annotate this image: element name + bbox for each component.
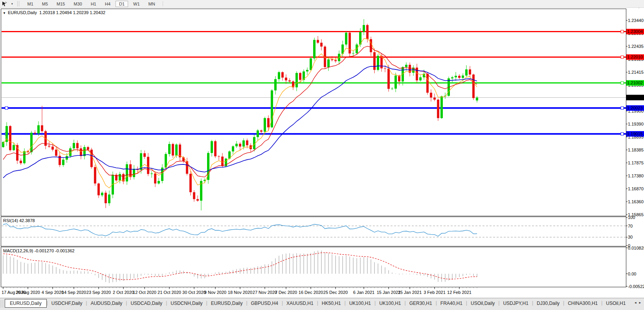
chart-tab-xauusd-h1[interactable]: XAUUSD,H1 xyxy=(283,299,317,308)
svg-text:100: 100 xyxy=(628,215,635,220)
line-anchor-icon[interactable] xyxy=(621,82,624,84)
price-badge: 1.20023 xyxy=(626,105,644,111)
timeframe-toolbar: ▾ M1M5M15M30H1H4D1W1MN xyxy=(0,0,644,8)
chart-tab-dj30-daily[interactable]: DJ30,Daily xyxy=(533,299,563,308)
svg-text:27 Nov 2020: 27 Nov 2020 xyxy=(253,290,277,295)
svg-text:30 Oct 2020: 30 Oct 2020 xyxy=(182,290,206,295)
chart-title: ▼EURUSD,Daily 1.20318 1.20494 1.20239 1.… xyxy=(3,10,105,15)
svg-text:1.22435: 1.22435 xyxy=(628,44,644,49)
chart-tab-uk100-h1[interactable]: UK100,H1 xyxy=(346,299,374,308)
line-anchor-icon[interactable] xyxy=(621,133,624,135)
svg-text:21 Oct 2020: 21 Oct 2020 xyxy=(158,290,181,295)
cursor-tool-dropdown-icon[interactable]: ▾ xyxy=(9,2,15,5)
price-badge: 1.23004 xyxy=(626,29,644,34)
svg-text:6 Jan 2021: 6 Jan 2021 xyxy=(353,290,374,295)
price-badge: 1.21002 xyxy=(626,80,644,86)
symbol-dropdown-icon[interactable]: ▼ xyxy=(3,11,6,15)
chart-tab-gbpusd-h4[interactable]: GBPUSD,H4 xyxy=(248,299,282,308)
chart-tab-audusd-daily[interactable]: AUDUSD,Daily xyxy=(87,299,126,308)
chart-tab-usdjpy-h1[interactable]: USDJPY,H1 xyxy=(499,299,532,308)
svg-text:1.20432: 1.20432 xyxy=(627,95,643,100)
svg-text:-0.005222: -0.005222 xyxy=(628,284,644,289)
line-anchor-icon[interactable] xyxy=(5,107,8,109)
toolbar-grip[interactable] xyxy=(17,1,19,6)
timeframe-button-m15[interactable]: M15 xyxy=(53,1,68,7)
tabbar-grip[interactable] xyxy=(1,300,3,308)
timeframe-buttons: M1M5M15M30H1H4D1W1MN xyxy=(23,1,160,7)
chart-symbol-label: EURUSD,Daily xyxy=(8,10,37,15)
timeframe-button-m30[interactable]: M30 xyxy=(70,1,85,7)
svg-text:1.22010: 1.22010 xyxy=(627,55,643,59)
svg-text:1.17380: 1.17380 xyxy=(628,173,644,178)
svg-text:1.16870: 1.16870 xyxy=(628,186,644,191)
svg-text:16 Dec 2020: 16 Dec 2020 xyxy=(299,290,323,295)
mt4-window: 1.234401.229301.224351.219251.214151.209… xyxy=(0,0,644,310)
chart-ohlc-values: 1.20318 1.20494 1.20239 1.20432 xyxy=(39,10,105,15)
price-badge: 1.22010 xyxy=(626,54,644,60)
svg-text:9 Nov 2020: 9 Nov 2020 xyxy=(204,290,226,295)
svg-text:7 Dec 2020: 7 Dec 2020 xyxy=(275,290,297,295)
toolbar-separator xyxy=(163,1,163,6)
timeframe-button-m5[interactable]: M5 xyxy=(39,1,51,7)
cursor-tool-icon[interactable] xyxy=(0,1,9,7)
svg-text:23 Sep 2020: 23 Sep 2020 xyxy=(86,290,111,295)
timeframe-button-m1[interactable]: M1 xyxy=(24,1,37,7)
macd-indicator-label: MACD(12,26,9) -0.001270 -0.001362 xyxy=(3,248,75,253)
chart-tab-bar: EURUSD,Daily|USDCHF,Daily|AUDUSD,Daily|U… xyxy=(0,298,644,310)
svg-text:1.21415: 1.21415 xyxy=(628,70,644,75)
svg-text:3 Feb 2021: 3 Feb 2021 xyxy=(424,290,446,295)
timeframe-button-w1[interactable]: W1 xyxy=(130,1,143,7)
line-anchor-icon[interactable] xyxy=(621,56,624,58)
svg-text:1.16360: 1.16360 xyxy=(628,199,644,204)
chart-tab-usdcad-daily[interactable]: USDCAD,Daily xyxy=(127,299,166,308)
chart-tab-hk50-h1[interactable]: HK50,H1 xyxy=(318,299,345,308)
line-anchor-icon[interactable] xyxy=(621,30,624,33)
line-anchor-icon[interactable] xyxy=(621,107,624,109)
price-chart-canvas[interactable]: 1.234401.229301.224351.219251.214151.209… xyxy=(0,0,644,310)
svg-text:1.18385: 1.18385 xyxy=(628,148,644,152)
price-badge: 1.19015 xyxy=(626,131,644,137)
chart-tab-china300-h1[interactable]: CHINA300,H1 xyxy=(564,299,601,308)
svg-text:2 Oct 2020: 2 Oct 2020 xyxy=(113,290,134,295)
svg-text:1.21002: 1.21002 xyxy=(627,80,643,85)
svg-text:4 Sep 2020: 4 Sep 2020 xyxy=(42,290,64,295)
svg-text:0.010828: 0.010828 xyxy=(628,246,644,250)
svg-text:1.19390: 1.19390 xyxy=(628,122,644,126)
chart-tab-usoil-h1[interactable]: USOil,H1 xyxy=(602,299,629,308)
svg-text:25 Dec 2020: 25 Dec 2020 xyxy=(323,290,348,295)
svg-text:15 Jan 2021: 15 Jan 2021 xyxy=(377,290,401,295)
timeframe-button-h4[interactable]: H4 xyxy=(101,1,114,7)
price-badge: 1.20432 xyxy=(626,95,644,100)
rsi-panel[interactable] xyxy=(1,217,626,246)
svg-text:70: 70 xyxy=(628,224,633,228)
macd-panel[interactable] xyxy=(1,247,626,287)
svg-text:1.19015: 1.19015 xyxy=(627,131,643,136)
timeframe-button-mn[interactable]: MN xyxy=(145,1,159,7)
svg-text:25 Jan 2021: 25 Jan 2021 xyxy=(398,290,422,295)
chart-tab-eurusd-daily[interactable]: EURUSD,Daily xyxy=(5,299,47,308)
chart-tab-usdchf-daily[interactable]: USDCHF,Daily xyxy=(48,299,86,308)
svg-text:1.20023: 1.20023 xyxy=(627,106,643,110)
chart-tab-ger30-h1[interactable]: GER30,H1 xyxy=(406,299,436,308)
svg-text:18 Nov 2020: 18 Nov 2020 xyxy=(228,290,252,295)
chart-tab-eurusd-daily[interactable]: EURUSD,Daily xyxy=(207,299,246,308)
tab-scroll-arrows: ◂ ▸ xyxy=(633,298,644,305)
svg-text:14 Sep 2020: 14 Sep 2020 xyxy=(62,290,86,295)
svg-text:12 Oct 2020: 12 Oct 2020 xyxy=(133,290,156,295)
svg-text:30: 30 xyxy=(628,235,633,239)
chart-tab-fra40-h1[interactable]: FRA40,H1 xyxy=(437,299,466,308)
timeframe-button-h1[interactable]: H1 xyxy=(87,1,100,7)
svg-text:26 Aug 2020: 26 Aug 2020 xyxy=(16,290,40,295)
svg-text:1.17875: 1.17875 xyxy=(628,160,644,165)
chart-tab-usoil-daily[interactable]: USOil,Daily xyxy=(467,299,498,308)
tabs-scroll-right-icon[interactable]: ▸ xyxy=(639,301,641,305)
tabs-scroll-left-icon[interactable]: ◂ xyxy=(635,301,637,305)
svg-text:0.00: 0.00 xyxy=(628,272,636,276)
svg-text:1.23004: 1.23004 xyxy=(627,29,643,34)
timeframe-button-d1[interactable]: D1 xyxy=(116,1,128,7)
chart-tab-uk100-h1[interactable]: UK100,H1 xyxy=(376,299,404,308)
chart-tab-usdcnh-daily[interactable]: USDCNH,Daily xyxy=(167,299,206,308)
svg-text:1.23440: 1.23440 xyxy=(628,18,644,23)
rsi-indicator-label: RSI(14) 42.3878 xyxy=(3,218,35,223)
chart-tabs: EURUSD,Daily|USDCHF,Daily|AUDUSD,Daily|U… xyxy=(5,298,629,308)
